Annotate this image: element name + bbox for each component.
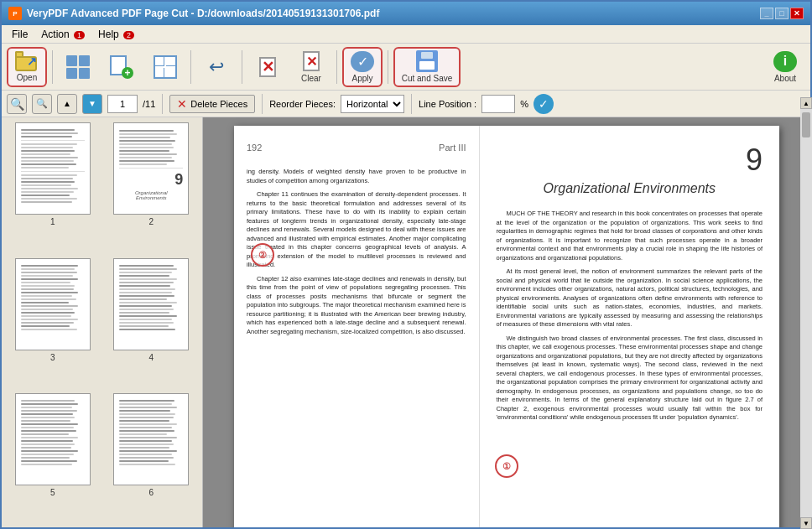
thumbnail-5[interactable]: 5 <box>7 393 99 522</box>
main-toolbar: ↗ Open + <box>2 44 810 91</box>
thumb-label-6: 6 <box>148 488 154 497</box>
undo-icon: ↩ <box>209 56 224 78</box>
thumb-label-5: 5 <box>50 488 55 497</box>
window-controls: _ □ ✕ <box>760 8 804 19</box>
part-label: Part III <box>439 143 466 153</box>
pdf-right-para-2: At its most general level, the notion of… <box>497 267 763 329</box>
thumb-img-5 <box>15 393 91 485</box>
pdf-para-1: ing density. Models of weighted density … <box>247 168 466 185</box>
grid-icon <box>66 55 90 79</box>
thumbnail-4[interactable]: 4 <box>106 258 198 387</box>
action-badge: 1 <box>74 31 85 39</box>
reorder-label: Reorder Pieces: <box>269 99 336 109</box>
thumbnail-panel: 1 <box>2 117 203 527</box>
page-number: 192 <box>247 143 262 158</box>
delete-pieces-button[interactable]: ✕ Delete Pieces <box>169 95 255 113</box>
thumb-img-4 <box>113 258 189 350</box>
up-arrow-icon: ▲ <box>63 99 71 108</box>
pdf-left-text: ing density. Models of weighted density … <box>247 168 466 336</box>
thumb-label-2: 2 <box>148 217 154 226</box>
zoom-out-icon: 🔍 <box>36 98 48 109</box>
clear-label: Clear <box>301 74 321 83</box>
line-position-input[interactable] <box>481 95 515 113</box>
add-page-button[interactable]: + <box>102 47 142 87</box>
delete-page-button[interactable]: ✕ <box>247 47 288 87</box>
thumbnail-1[interactable]: 1 <box>7 122 99 252</box>
zoom-in-button[interactable]: 🔍 <box>7 94 27 114</box>
clear-button[interactable]: ✕ Clear <box>291 47 331 87</box>
maximize-button[interactable]: □ <box>775 8 789 19</box>
confirm-button[interactable]: ✓ <box>534 94 554 114</box>
lines-button[interactable] <box>145 47 185 87</box>
delete-pieces-icon: ✕ <box>177 97 187 111</box>
thumb-img-6 <box>113 393 189 485</box>
open-label: Open <box>17 73 37 82</box>
close-button[interactable]: ✕ <box>790 8 804 19</box>
pdf-para-3: Chapter 12 also examines late-stage decl… <box>247 275 466 337</box>
sep-5 <box>388 50 388 84</box>
about-button[interactable]: i About <box>765 47 805 87</box>
main-window: P VeryPDF Advanced PDF Page Cut - D:/dow… <box>0 0 812 529</box>
pdf-right-page: 9 Organizational Environments MUCH OF TH… <box>480 126 780 527</box>
down-arrow-icon: ▼ <box>88 99 96 108</box>
thumbnail-6[interactable]: 6 <box>106 393 198 522</box>
pdf-right-para-3: We distinguish two broad classes of envi… <box>497 335 763 423</box>
sep-2 <box>190 50 191 84</box>
thumb-img-3 <box>15 258 91 350</box>
apply-label: Apply <box>351 74 372 83</box>
open-button[interactable]: ↗ Open <box>7 47 47 87</box>
pdf-page: 192 Part III ing density. Models of weig… <box>234 126 779 527</box>
open-icon: ↗ <box>15 51 39 71</box>
clear-icon: ✕ <box>299 51 323 72</box>
annotation-1: ① <box>495 454 518 478</box>
thumb-img-2: 9 Organizational Environments <box>113 122 189 215</box>
reorder-select[interactable]: Horizontal Vertical <box>341 95 404 113</box>
thumbnail-2[interactable]: 9 Organizational Environments 2 <box>106 122 198 252</box>
action-menu[interactable]: Action 1 <box>34 27 91 42</box>
file-menu[interactable]: File <box>5 27 34 42</box>
zoom-out-button[interactable]: 🔍 <box>32 94 52 114</box>
sep-4 <box>336 50 337 84</box>
thumbnail-3[interactable]: 3 <box>7 258 99 387</box>
percent-label: % <box>520 99 528 109</box>
chapter-number: 9 <box>497 143 763 178</box>
apply-button[interactable]: ✓ Apply <box>342 47 383 87</box>
menu-bar: File Action 1 Help 2 <box>2 25 810 44</box>
chapter-title: Organizational Environments <box>497 181 763 196</box>
cut-save-button[interactable]: Cut and Save <box>393 47 461 87</box>
apply-icon: ✓ <box>351 51 374 72</box>
about-label: About <box>774 74 796 83</box>
thumbnail-list: 1 <box>2 117 202 527</box>
pdf-view: 192 Part III ing density. Models of weig… <box>203 117 810 527</box>
thumb-img-1 <box>15 122 91 215</box>
scroll-up-button[interactable]: ▲ <box>57 94 77 114</box>
secondary-toolbar: 🔍 🔍 ▲ ▼ /11 ✕ Delete Pieces Reorder Piec… <box>2 91 810 117</box>
minimize-button[interactable]: _ <box>760 8 773 19</box>
delete-page-icon: ✕ <box>256 55 279 79</box>
open-arrow-icon: ↗ <box>27 54 37 68</box>
annotation-2: ② <box>251 243 274 267</box>
help-badge: 2 <box>123 31 134 39</box>
lines-grid-icon <box>154 55 177 79</box>
check-icon: ✓ <box>539 97 549 111</box>
total-pages: /11 <box>143 99 155 109</box>
scroll-down-button[interactable]: ▼ <box>82 94 102 114</box>
sep-t2-3 <box>411 94 412 114</box>
thumb-label-1: 1 <box>50 217 55 226</box>
sep-1 <box>52 50 53 84</box>
help-menu[interactable]: Help 2 <box>91 27 141 42</box>
grid-split-button[interactable] <box>58 47 98 87</box>
sep-t2-1 <box>162 94 163 114</box>
delete-pieces-label: Delete Pieces <box>190 99 247 109</box>
cut-save-icon <box>416 50 438 72</box>
title-bar: P VeryPDF Advanced PDF Page Cut - D:/dow… <box>2 2 810 25</box>
sep-3 <box>242 50 242 84</box>
about-icon: i <box>773 51 797 72</box>
cut-save-label: Cut and Save <box>402 74 453 83</box>
undo-button[interactable]: ↩ <box>196 47 237 87</box>
pdf-left-page: 192 Part III ing density. Models of weig… <box>234 126 480 527</box>
page-number-input[interactable] <box>107 95 138 113</box>
thumb-label-4: 4 <box>148 353 154 362</box>
zoom-in-icon: 🔍 <box>10 97 24 111</box>
app-icon: P <box>8 7 22 20</box>
